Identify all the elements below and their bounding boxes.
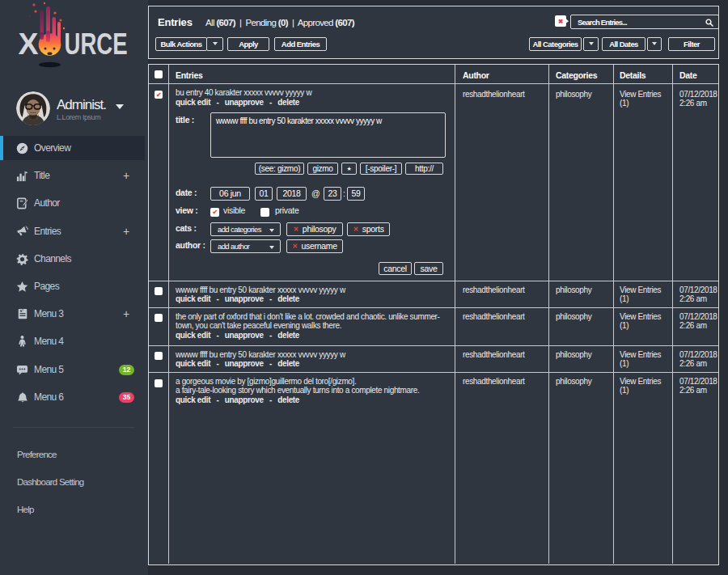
svg-text:URCE: URCE [65, 27, 128, 61]
svg-text:S²: S² [19, 309, 23, 313]
svg-text:✖: ✖ [558, 18, 563, 25]
svg-text:X: X [19, 27, 39, 61]
